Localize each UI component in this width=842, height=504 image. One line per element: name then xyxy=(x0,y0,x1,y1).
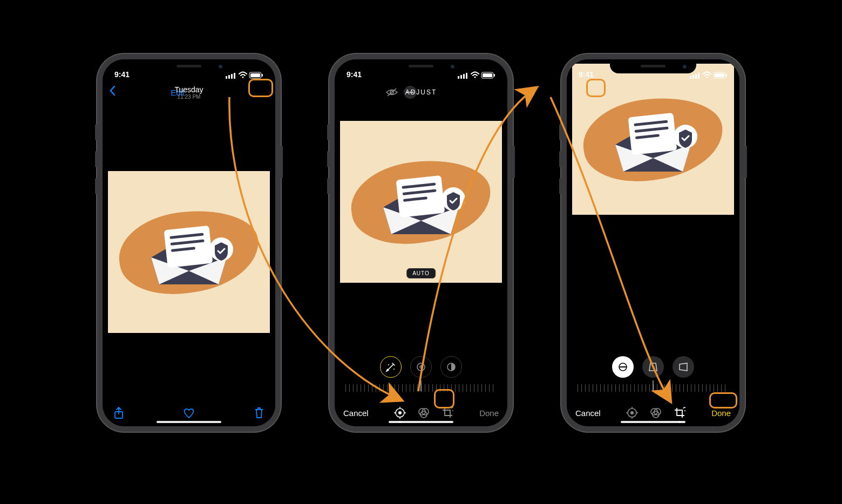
svg-point-20 xyxy=(388,364,389,365)
device-notch xyxy=(378,59,464,73)
envelope-illustration xyxy=(602,96,704,182)
device-notch xyxy=(146,59,232,73)
phone-crop-editor: 9:41 AUTO xyxy=(561,54,745,432)
svg-point-17 xyxy=(409,91,411,93)
crop-canvas[interactable] xyxy=(567,105,739,346)
brilliance-button[interactable] xyxy=(440,356,462,378)
photo: AUTO xyxy=(340,121,502,283)
status-time: 9:41 xyxy=(114,70,130,79)
status-time: 9:41 xyxy=(347,70,362,79)
done-button[interactable]: Done xyxy=(479,408,499,418)
envelope-illustration xyxy=(370,159,472,245)
photo xyxy=(108,171,270,333)
filters-tab-icon[interactable] xyxy=(418,407,430,419)
edit-button[interactable]: Edit xyxy=(171,88,185,97)
svg-point-16 xyxy=(406,91,408,93)
phone-viewer: 9:41 Tuesday 11:23 PM Edit xyxy=(97,54,281,432)
status-time: 9:41 xyxy=(579,70,594,79)
more-menu-icon[interactable] xyxy=(404,86,417,99)
adjust-metrics-row xyxy=(335,346,507,382)
editor-nav: ADJUST xyxy=(335,80,507,105)
exposure-button[interactable] xyxy=(410,356,432,378)
straighten-button[interactable] xyxy=(612,356,634,378)
home-indicator[interactable] xyxy=(621,421,685,423)
horizontal-perspective-button[interactable] xyxy=(673,356,694,378)
crop-tab-icon[interactable] xyxy=(674,407,685,419)
crop-tab-icon[interactable] xyxy=(442,407,453,419)
auto-badge[interactable]: AUTO xyxy=(406,268,436,278)
envelope-illustration xyxy=(138,209,240,295)
photo-crop-frame[interactable] xyxy=(572,64,734,215)
cancel-button[interactable]: Cancel xyxy=(343,408,369,418)
svg-point-26 xyxy=(398,411,402,414)
editor-canvas[interactable]: AUTO xyxy=(335,105,507,346)
auto-enhance-button[interactable] xyxy=(380,356,402,378)
share-icon[interactable] xyxy=(113,406,124,419)
back-button[interactable] xyxy=(109,85,116,99)
adjust-tab-icon[interactable] xyxy=(394,407,406,419)
trash-icon[interactable] xyxy=(254,406,264,419)
toggle-preview-icon[interactable] xyxy=(385,87,398,97)
done-button[interactable]: Done xyxy=(711,408,731,418)
cellular-signal-icon xyxy=(458,71,495,79)
svg-point-44 xyxy=(630,411,634,414)
photo-viewport[interactable] xyxy=(103,105,275,399)
vertical-perspective-button[interactable] xyxy=(642,356,664,378)
cellular-signal-icon xyxy=(690,71,728,79)
cancel-button[interactable]: Cancel xyxy=(575,408,601,418)
device-notch xyxy=(610,59,696,73)
cellular-signal-icon xyxy=(226,71,263,79)
straighten-dial[interactable] xyxy=(578,382,729,394)
svg-point-19 xyxy=(393,369,395,370)
svg-point-18 xyxy=(412,91,413,93)
home-indicator[interactable] xyxy=(157,421,221,423)
home-indicator[interactable] xyxy=(389,421,453,423)
filters-tab-icon[interactable] xyxy=(650,407,662,419)
phone-adjust-editor: 9:41 ADJUST xyxy=(329,54,513,432)
adjust-tab-icon[interactable] xyxy=(626,407,638,419)
favorite-heart-icon[interactable] xyxy=(182,407,195,419)
viewer-nav: Tuesday 11:23 PM Edit xyxy=(103,80,275,105)
adjustment-dial[interactable] xyxy=(345,382,497,394)
straighten-controls-row xyxy=(567,346,739,382)
